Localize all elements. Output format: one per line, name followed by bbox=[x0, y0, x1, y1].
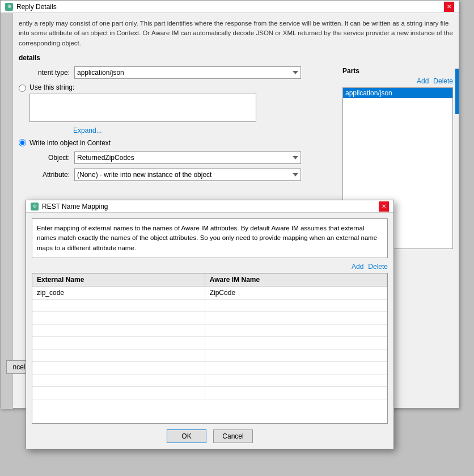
empty-aware-im-name-cell bbox=[205, 349, 387, 361]
reply-details-icon: ⚙ bbox=[5, 3, 13, 11]
rest-titlebar-left: ⚙ REST Name Mapping bbox=[31, 203, 108, 210]
mapping-table-header-row: External Name Aware IM Name bbox=[32, 273, 387, 287]
write-into-object-label: Write into object in Context bbox=[29, 139, 111, 147]
info-text: ently a reply may consist of one part on… bbox=[19, 19, 453, 48]
aware-im-name-cell: ZipCode bbox=[205, 286, 387, 299]
reply-details-title: Reply Details bbox=[16, 3, 57, 11]
mapping-table-row-empty bbox=[32, 299, 387, 311]
use-this-string-label: Use this string: bbox=[29, 83, 256, 91]
write-into-object-radio[interactable] bbox=[19, 139, 26, 146]
empty-external-name-cell bbox=[32, 349, 205, 361]
rest-mapping-titlebar: ⚙ REST Name Mapping ✕ bbox=[26, 200, 393, 213]
object-label: Object: bbox=[19, 154, 70, 162]
empty-external-name-cell bbox=[32, 311, 205, 324]
external-name-header: External Name bbox=[32, 273, 205, 287]
empty-aware-im-name-cell bbox=[205, 299, 387, 311]
external-name-cell: zip_code bbox=[32, 286, 205, 299]
empty-external-name-cell bbox=[32, 336, 205, 349]
sidebar-stripe bbox=[1, 13, 13, 409]
rest-mapping-close-button[interactable]: ✕ bbox=[379, 201, 389, 212]
rest-actions: Add Delete bbox=[32, 263, 388, 271]
rest-mapping-dialog: ⚙ REST Name Mapping ✕ Enter mapping of e… bbox=[26, 200, 394, 449]
object-select[interactable]: ReturnedZipCodes bbox=[74, 151, 301, 164]
use-this-string-radio[interactable] bbox=[19, 85, 26, 92]
parts-actions: Add Delete bbox=[342, 77, 453, 85]
rest-mapping-icon: ⚙ bbox=[31, 203, 39, 210]
attribute-label: Attribute: bbox=[19, 171, 70, 179]
rest-ok-button[interactable]: OK bbox=[167, 429, 206, 443]
mapping-table-row-empty bbox=[32, 386, 387, 399]
reply-details-titlebar: ⚙ Reply Details ✕ bbox=[1, 1, 459, 13]
titlebar-left: ⚙ Reply Details bbox=[5, 3, 57, 11]
rest-bottom-bar: OK Cancel bbox=[32, 424, 388, 443]
empty-external-name-cell bbox=[32, 361, 205, 374]
mapping-table-row-empty bbox=[32, 336, 387, 349]
reply-details-close-button[interactable]: ✕ bbox=[444, 2, 454, 12]
mapping-table-row-empty bbox=[32, 324, 387, 336]
section-label: details bbox=[19, 54, 453, 62]
empty-aware-im-name-cell bbox=[205, 336, 387, 349]
empty-aware-im-name-cell bbox=[205, 386, 387, 399]
mapping-table-row-empty bbox=[32, 349, 387, 361]
empty-external-name-cell bbox=[32, 386, 205, 399]
parts-label: Parts bbox=[342, 67, 453, 75]
mapping-table-container: External Name Aware IM Name zip_codeZipC… bbox=[32, 273, 388, 424]
empty-aware-im-name-cell bbox=[205, 361, 387, 374]
rest-info-box: Enter mapping of external names to the n… bbox=[32, 218, 388, 258]
empty-external-name-cell bbox=[32, 324, 205, 336]
mapping-table-body: zip_codeZipCode bbox=[32, 286, 387, 399]
parts-add-link[interactable]: Add bbox=[417, 77, 429, 85]
rest-mapping-body: Enter mapping of external names to the n… bbox=[26, 213, 393, 449]
parts-item-json[interactable]: application/json bbox=[343, 88, 452, 98]
empty-aware-im-name-cell bbox=[205, 311, 387, 324]
rest-mapping-title: REST Name Mapping bbox=[42, 203, 108, 210]
empty-external-name-cell bbox=[32, 374, 205, 386]
attribute-select[interactable]: (None) - write into new instance of the … bbox=[74, 169, 301, 181]
mapping-table-row[interactable]: zip_codeZipCode bbox=[32, 286, 387, 299]
string-textarea[interactable] bbox=[29, 94, 256, 122]
content-type-label: ntent type: bbox=[19, 69, 70, 77]
rest-delete-link[interactable]: Delete bbox=[368, 263, 388, 271]
empty-aware-im-name-cell bbox=[205, 374, 387, 386]
aware-im-name-header: Aware IM Name bbox=[205, 273, 387, 287]
empty-external-name-cell bbox=[32, 299, 205, 311]
content-type-select[interactable]: application/json application/xml text/pl… bbox=[74, 66, 301, 79]
mapping-table-row-empty bbox=[32, 361, 387, 374]
mapping-table-row-empty bbox=[32, 311, 387, 324]
parts-delete-link[interactable]: Delete bbox=[433, 77, 453, 85]
mapping-table: External Name Aware IM Name zip_codeZipC… bbox=[32, 273, 387, 399]
rest-cancel-button[interactable]: Cancel bbox=[213, 429, 253, 443]
reply-details-body: ently a reply may consist of one part on… bbox=[13, 13, 459, 191]
empty-aware-im-name-cell bbox=[205, 324, 387, 336]
rest-add-link[interactable]: Add bbox=[352, 263, 363, 271]
mapping-table-row-empty bbox=[32, 374, 387, 386]
